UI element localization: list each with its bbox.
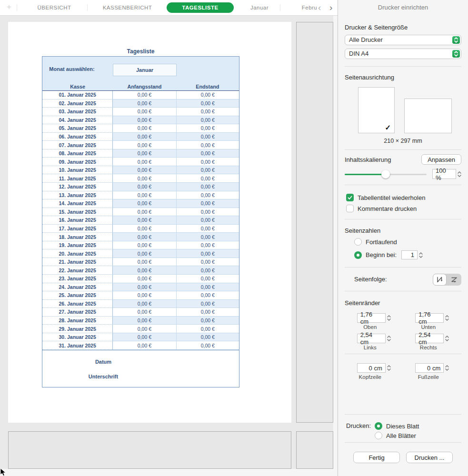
tab-uebersicht[interactable]: ÜBERSICHT — [28, 0, 81, 15]
page-order-vertical-icon[interactable] — [433, 274, 447, 286]
row-end-value: 0,00 € — [176, 108, 239, 116]
slider-thumb[interactable] — [381, 170, 390, 178]
tab-kassenbericht[interactable]: KASSENBERICHT — [90, 0, 164, 15]
content-scaling-label: Inhaltsskalierung — [345, 156, 391, 163]
row-start-value: 0,00 € — [113, 333, 176, 342]
mouse-cursor — [0, 468, 7, 476]
stepper-icon[interactable] — [387, 365, 391, 371]
row-date: 16. Januar 2025 — [42, 216, 113, 225]
checkbox-unchecked-icon[interactable] — [346, 205, 354, 212]
separator — [345, 219, 461, 219]
row-end-value: 0,00 € — [176, 149, 239, 158]
this-sheet-option-label: Dieses Blatt — [386, 423, 419, 430]
separator — [345, 267, 461, 268]
margin-bottom-field[interactable]: 1,76 cm — [415, 313, 444, 323]
preview-scrollbar-gutter-vertical[interactable] — [333, 15, 338, 476]
row-end-value: 0,00 € — [176, 116, 239, 125]
print-button[interactable]: Drucken ... — [406, 452, 453, 463]
sheet-title: Tagesliste — [42, 48, 239, 55]
row-date: 21. Januar 2025 — [42, 258, 113, 267]
row-start-value: 0,00 € — [113, 166, 176, 175]
scaling-slider[interactable] — [345, 169, 427, 179]
row-start-value: 0,00 € — [113, 266, 176, 275]
radio-unselected-icon[interactable] — [354, 238, 362, 246]
page-order-horizontal-icon[interactable] — [448, 274, 461, 286]
radio-unselected-icon[interactable] — [375, 432, 382, 439]
month-select-value: Januar — [113, 64, 177, 76]
add-sheet-icon[interactable]: + — [7, 0, 11, 14]
row-date: 12. Januar 2025 — [42, 183, 113, 191]
row-end-value: 0,00 € — [176, 308, 239, 317]
scaling-percent-field[interactable]: 100 % — [432, 169, 456, 179]
landscape-option[interactable] — [404, 99, 452, 133]
row-start-value: 0,00 € — [113, 108, 176, 116]
paper-size-dropdown-value: DIN A4 — [349, 50, 368, 57]
row-start-value: 0,00 € — [113, 141, 176, 149]
row-end-value: 0,00 € — [176, 141, 239, 149]
this-sheet-option-row: Dieses Blatt — [375, 422, 419, 430]
stepper-icon[interactable] — [419, 252, 423, 258]
tab-januar[interactable]: Januar — [239, 0, 279, 15]
footer-margin-field[interactable]: 0 cm — [415, 363, 444, 373]
stepper-icon[interactable] — [387, 315, 391, 321]
start-page-field[interactable]: 1 — [401, 250, 418, 259]
printer-dropdown[interactable]: Alle Drucker — [345, 35, 461, 45]
margin-right-field[interactable]: 2,54 cm — [415, 334, 444, 343]
row-start-value: 0,00 € — [113, 174, 176, 183]
fit-button[interactable]: Anpassen — [421, 154, 461, 165]
tab-divider — [280, 4, 280, 11]
tab-tagesliste-active[interactable]: TAGESLISTE — [167, 2, 234, 13]
action-buttons-row: Fertig Drucken ... — [345, 452, 461, 463]
row-start-value: 0,00 € — [113, 300, 176, 308]
row-date: 24. Januar 2025 — [42, 283, 113, 292]
row-date: 14. Januar 2025 — [42, 199, 113, 208]
stepper-icon[interactable] — [445, 315, 449, 321]
checkbox-checked-icon[interactable] — [346, 194, 354, 201]
row-end-value: 0,00 € — [176, 341, 239, 350]
row-end-value: 0,00 € — [176, 241, 239, 250]
portrait-option[interactable]: ✓ — [358, 87, 395, 133]
header-margin-field[interactable]: 0 cm — [357, 363, 386, 373]
row-start-value: 0,00 € — [113, 133, 176, 141]
separator — [345, 185, 461, 185]
table-row: 11. Januar 2025 0,00 € 0,00 € — [42, 174, 239, 183]
table-row: 03. Januar 2025 0,00 € 0,00 € — [42, 108, 239, 116]
table-row: 19. Januar 2025 0,00 € 0,00 € — [42, 241, 239, 250]
margin-top-field[interactable]: 1,76 cm — [357, 313, 386, 323]
stepper-icon[interactable] — [445, 336, 449, 341]
done-button[interactable]: Fertig — [353, 452, 400, 463]
row-end-value: 0,00 € — [176, 199, 239, 208]
tab-februar-truncated[interactable]: Febru — [299, 0, 320, 15]
row-end-value: 0,00 € — [176, 291, 239, 300]
margin-left-label: Links — [364, 345, 377, 350]
row-end-value: 0,00 € — [176, 208, 239, 217]
row-start-value: 0,00 € — [113, 341, 176, 350]
footer-margin-label: Fußzeile — [418, 374, 439, 380]
table-row: 21. Januar 2025 0,00 € 0,00 € — [42, 258, 239, 267]
preview-scrollbar-gutter-horizontal[interactable] — [0, 469, 338, 476]
tagesliste-sheet: Tagesliste Monat auswählen: Januar Kasse… — [42, 48, 239, 387]
row-start-value: 0,00 € — [113, 99, 176, 108]
row-date: 22. Januar 2025 — [42, 266, 113, 275]
paper-size-dropdown[interactable]: DIN A4 — [345, 49, 461, 59]
radio-selected-icon[interactable] — [354, 251, 362, 259]
stepper-icon[interactable] — [458, 171, 461, 177]
tabs-scroll-left-icon[interactable]: ‹ — [318, 0, 328, 15]
table-row: 31. Januar 2025 0,00 € 0,00 € — [42, 341, 239, 350]
repeat-table-headers-row: Tabellentitel wiederholen — [346, 194, 461, 201]
row-start-value: 0,00 € — [113, 317, 176, 325]
table-row: 10. Januar 2025 0,00 € 0,00 € — [42, 166, 239, 175]
page-numbers-label: Seitenzahlen — [345, 227, 461, 234]
row-date: 01. Januar 2025 — [42, 91, 113, 99]
margin-left-field[interactable]: 2,54 cm — [357, 334, 386, 343]
content-scaling-row: Inhaltsskalierung Anpassen — [345, 154, 461, 165]
row-end-value: 0,00 € — [176, 99, 239, 108]
page-order-row: Seitenfolge: — [354, 273, 461, 286]
row-end-value: 0,00 € — [176, 249, 239, 258]
row-end-value: 0,00 € — [176, 283, 239, 292]
radio-selected-icon[interactable] — [375, 422, 382, 430]
orientation-label: Seitenausrichtung — [345, 74, 461, 81]
stepper-icon[interactable] — [445, 365, 449, 371]
stepper-icon[interactable] — [387, 336, 391, 341]
tabs-scroll-right-icon[interactable]: › — [329, 0, 338, 15]
